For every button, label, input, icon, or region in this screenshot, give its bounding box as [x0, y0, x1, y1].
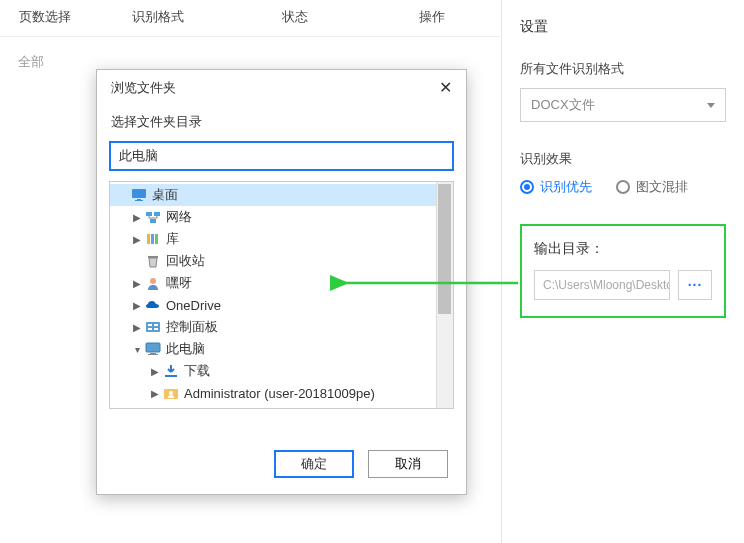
tree-node-network[interactable]: ▶ 网络 [110, 206, 453, 228]
svg-rect-7 [151, 234, 154, 244]
tree-node-label: 桌面 [184, 406, 210, 408]
library-icon [144, 231, 162, 247]
effect-radio-group: 识别优先 图文混排 [520, 178, 726, 196]
svg-rect-19 [165, 375, 177, 377]
tree-node-label: 下载 [184, 362, 210, 380]
tree-node-label: OneDrive [166, 298, 221, 313]
svg-rect-15 [154, 328, 158, 330]
expander-icon[interactable]: ▶ [130, 234, 144, 245]
svg-point-21 [169, 391, 173, 395]
tree-node-label: Administrator (user-20181009pe) [184, 386, 375, 401]
svg-rect-14 [148, 328, 152, 330]
tree-node-label: 桌面 [152, 186, 178, 204]
expander-icon[interactable]: ▾ [130, 344, 144, 355]
svg-rect-17 [150, 353, 156, 354]
tree-inner: ▶ 桌面 ▶ 网络 ▶ 库 ▶ 回收站 [110, 182, 453, 408]
svg-rect-12 [148, 324, 152, 326]
expander-icon[interactable]: ▶ [130, 300, 144, 311]
output-section: 输出目录： C:\Users\Mloong\Desktop\ ··· [520, 224, 726, 318]
tree-node-controlpanel[interactable]: ▶ 控制面板 [110, 316, 453, 338]
network-icon [144, 209, 162, 225]
ok-button[interactable]: 确定 [274, 450, 354, 478]
onedrive-icon [144, 297, 162, 313]
dialog-buttons: 确定 取消 [274, 450, 448, 478]
svg-rect-13 [154, 324, 158, 326]
recycle-icon [144, 253, 162, 269]
tree-node-label: 此电脑 [166, 340, 205, 358]
format-value: DOCX文件 [531, 96, 595, 114]
tree-node-recyclebin[interactable]: ▶ 回收站 [110, 250, 453, 272]
svg-rect-8 [155, 234, 158, 244]
userfolder-icon [162, 385, 180, 401]
svg-rect-18 [148, 354, 158, 355]
output-label: 输出目录： [534, 240, 712, 258]
svg-rect-0 [132, 189, 146, 198]
folder-tree: ▶ 桌面 ▶ 网络 ▶ 库 ▶ 回收站 [109, 181, 454, 409]
radio-icon [616, 180, 630, 194]
dialog-title-text: 浏览文件夹 [111, 79, 176, 97]
dialog-titlebar: 浏览文件夹 ✕ [97, 70, 466, 105]
path-input-wrap [97, 141, 466, 181]
svg-rect-5 [150, 219, 156, 223]
tree-scrollbar[interactable] [436, 182, 453, 408]
tree-node-user[interactable]: ▶ 嘿呀 [110, 272, 453, 294]
radio-recognize-priority[interactable]: 识别优先 [520, 178, 592, 196]
table-header: 页数选择 识别格式 状态 操作 [0, 0, 500, 37]
cancel-button[interactable]: 取消 [368, 450, 448, 478]
tree-node-administrator[interactable]: ▶ Administrator (user-20181009pe) [110, 382, 453, 404]
browse-folder-dialog: 浏览文件夹 ✕ 选择文件夹目录 ▶ 桌面 ▶ 网络 ▶ [96, 69, 467, 495]
tree-node-libraries[interactable]: ▶ 库 [110, 228, 453, 250]
output-path-field[interactable]: C:\Users\Mloong\Desktop\ [534, 270, 670, 300]
tab-all[interactable]: 全部 [0, 47, 62, 77]
expander-icon[interactable]: ▶ [130, 322, 144, 333]
tree-node-label: 回收站 [166, 252, 205, 270]
format-label: 所有文件识别格式 [520, 60, 726, 78]
caret-down-icon [707, 103, 715, 108]
output-row: C:\Users\Mloong\Desktop\ ··· [534, 270, 712, 300]
browse-button[interactable]: ··· [678, 270, 712, 300]
dialog-subtitle: 选择文件夹目录 [97, 105, 466, 141]
expander-icon[interactable]: ▶ [148, 388, 162, 399]
user-icon [144, 275, 162, 291]
tree-node-label: 库 [166, 230, 179, 248]
desktop-icon [130, 187, 148, 203]
col-action: 操作 [363, 8, 500, 26]
svg-rect-2 [135, 200, 143, 201]
radio-image-text-mix[interactable]: 图文混排 [616, 178, 688, 196]
download-icon [162, 363, 180, 379]
format-select[interactable]: DOCX文件 [520, 88, 726, 122]
expander-icon[interactable]: ▶ [130, 212, 144, 223]
col-status: 状态 [227, 8, 364, 26]
radio-icon [520, 180, 534, 194]
col-page-select: 页数选择 [0, 8, 90, 26]
svg-rect-9 [148, 256, 158, 258]
settings-title: 设置 [520, 18, 726, 36]
close-icon[interactable]: ✕ [435, 78, 456, 97]
tree-node-label: 网络 [166, 208, 192, 226]
expander-icon[interactable]: ▶ [130, 278, 144, 289]
effect-label: 识别效果 [520, 150, 726, 168]
pc-icon [144, 341, 162, 357]
controlpanel-icon [144, 319, 162, 335]
tree-root-desktop[interactable]: ▶ 桌面 [110, 184, 453, 206]
scrollbar-thumb[interactable] [438, 184, 451, 314]
settings-panel: 设置 所有文件识别格式 DOCX文件 识别效果 识别优先 图文混排 输出目录： … [501, 0, 744, 543]
svg-rect-3 [146, 212, 152, 216]
tree-node-thispc[interactable]: ▾ 此电脑 [110, 338, 453, 360]
path-input[interactable] [109, 141, 454, 171]
svg-rect-1 [137, 199, 141, 200]
col-format: 识别格式 [90, 8, 227, 26]
svg-rect-6 [147, 234, 150, 244]
tree-node-label: 控制面板 [166, 318, 218, 336]
expander-icon[interactable]: ▶ [148, 366, 162, 377]
tree-node-label: 嘿呀 [166, 274, 192, 292]
desktop-link-icon [162, 407, 180, 408]
svg-point-10 [150, 278, 156, 284]
tree-node-downloads[interactable]: ▶ 下载 [110, 360, 453, 382]
tree-node-desktop-child[interactable]: ▶ 桌面 [110, 404, 453, 408]
tree-node-onedrive[interactable]: ▶ OneDrive [110, 294, 453, 316]
svg-rect-11 [146, 322, 160, 332]
radio-label: 识别优先 [540, 178, 592, 196]
svg-rect-16 [146, 343, 160, 352]
svg-rect-4 [154, 212, 160, 216]
